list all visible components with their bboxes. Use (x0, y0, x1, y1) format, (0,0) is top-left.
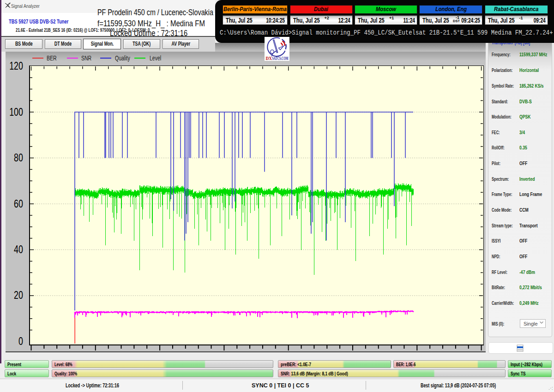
svg-text:DX: DX (266, 56, 272, 61)
svg-text:SATCS.COM: SATCS.COM (272, 56, 289, 61)
